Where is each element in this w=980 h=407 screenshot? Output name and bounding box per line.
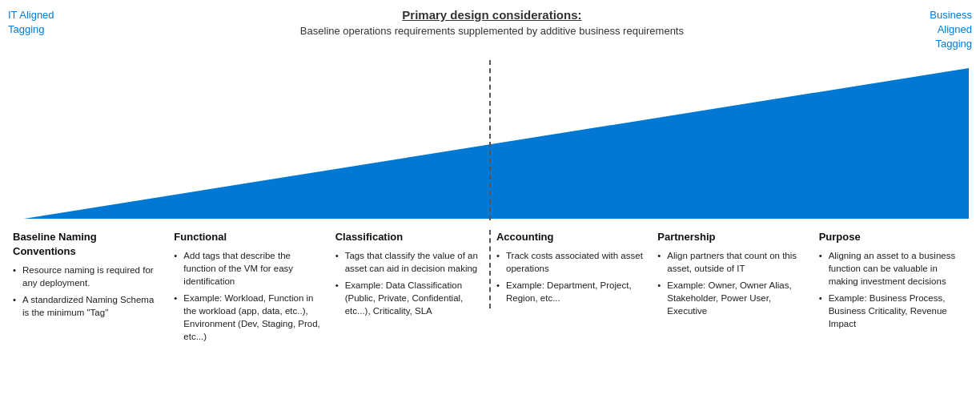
col3-bullets: Tags that classify the value of an asset… (335, 249, 484, 317)
column-partnership: Partnership Align partners that count on… (651, 230, 812, 322)
col4-title: Accounting (496, 230, 645, 244)
column-purpose: Purpose Aligning an asset to a business … (813, 230, 974, 335)
col2-bullets: Add tags that describe the function of t… (174, 249, 322, 344)
col4-bullets: Track costs associated with asset operat… (496, 249, 645, 304)
column-accounting: Accounting Track costs associated with a… (490, 230, 651, 309)
col6-bullets: Aligning an asset to a business function… (819, 249, 967, 331)
col4-bullet-1: Track costs associated with asset operat… (496, 249, 645, 275)
column-functional: Functional Add tags that describe the fu… (167, 230, 328, 348)
col3-title: Classification (335, 230, 484, 244)
col6-bullet-2: Example: Business Process, Business Crit… (819, 292, 967, 330)
column-naming-conventions: Baseline Naming Conventions Resource nam… (6, 230, 167, 324)
column-classification: Classification Tags that classify the va… (329, 230, 490, 322)
col6-bullet-1: Aligning an asset to a business function… (819, 249, 967, 288)
business-aligned-label: Business Aligned Tagging (930, 8, 972, 52)
col2-bullet-1: Add tags that describe the function of t… (174, 249, 322, 288)
col5-bullets: Align partners that count on this asset,… (657, 249, 805, 317)
col4-bullet-2: Example: Department, Project, Region, et… (496, 279, 645, 304)
svg-marker-0 (24, 68, 969, 219)
col3-bullet-2: Example: Data Classification (Public, Pr… (335, 279, 484, 317)
bottom-columns: Baseline Naming Conventions Resource nam… (0, 220, 980, 348)
center-header: Primary design considerations: Baseline … (54, 8, 930, 52)
col2-title: Functional (174, 230, 322, 244)
diagram-area (0, 60, 980, 220)
center-subtitle: Baseline operations requirements supplem… (70, 25, 914, 37)
col1-bullet-1: Resource naming is required for any depl… (13, 264, 161, 289)
col5-bullet-2: Example: Owner, Owner Alias, Stakeholder… (657, 279, 805, 317)
col2-bullet-2: Example: Workload, Function in the workl… (174, 292, 322, 343)
col5-bullet-1: Align partners that count on this asset,… (657, 249, 805, 275)
top-labels-row: IT Aligned Tagging Primary design consid… (0, 0, 980, 52)
col1-bullets: Resource naming is required for any depl… (13, 264, 161, 319)
col1-title: Baseline Naming Conventions (13, 230, 161, 259)
col6-title: Purpose (819, 230, 967, 244)
page-container: IT Aligned Tagging Primary design consid… (0, 0, 980, 407)
col5-title: Partnership (657, 230, 805, 244)
col1-bullet-2: A standardized Naming Schema is the mini… (13, 293, 161, 319)
primary-design-title: Primary design considerations: (70, 8, 914, 22)
col3-bullet-1: Tags that classify the value of an asset… (335, 249, 484, 275)
dashed-divider-line (489, 60, 491, 220)
it-aligned-label: IT Aligned Tagging (8, 8, 54, 52)
